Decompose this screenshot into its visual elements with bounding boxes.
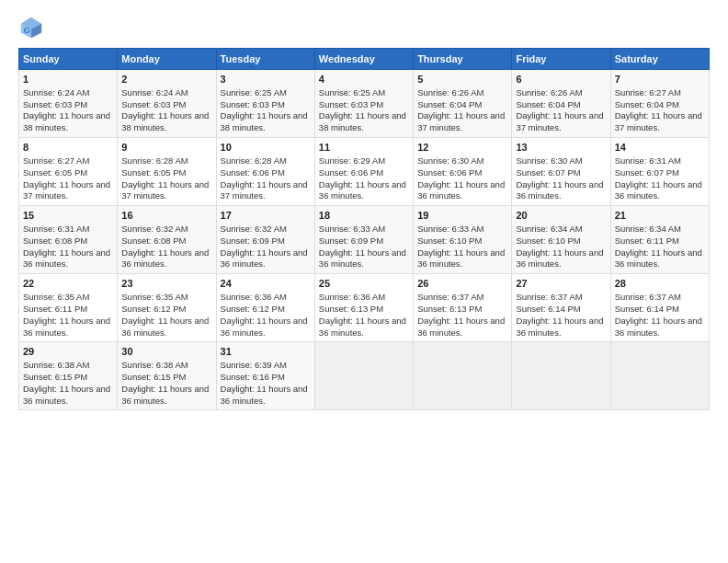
day-number: 13 bbox=[516, 141, 606, 155]
calendar-cell: 12Sunrise: 6:30 AMSunset: 6:06 PMDayligh… bbox=[414, 138, 512, 206]
calendar-cell: 22Sunrise: 6:35 AMSunset: 6:11 PMDayligh… bbox=[19, 274, 118, 342]
sunset-info: Sunset: 6:11 PM bbox=[23, 304, 87, 314]
calendar-cell: 9Sunrise: 6:28 AMSunset: 6:05 PMDaylight… bbox=[118, 138, 216, 206]
calendar-week-2: 8Sunrise: 6:27 AMSunset: 6:05 PMDaylight… bbox=[19, 138, 710, 206]
calendar-cell: 29Sunrise: 6:38 AMSunset: 6:15 PMDayligh… bbox=[19, 342, 118, 410]
calendar-cell: 13Sunrise: 6:30 AMSunset: 6:07 PMDayligh… bbox=[512, 138, 610, 206]
svg-text:G: G bbox=[24, 25, 31, 35]
day-number: 17 bbox=[221, 209, 311, 223]
calendar-cell: 16Sunrise: 6:32 AMSunset: 6:08 PMDayligh… bbox=[118, 206, 216, 274]
daylight-info: Daylight: 11 hours and 37 minutes. bbox=[221, 179, 308, 201]
day-number: 20 bbox=[516, 209, 606, 223]
header-row: SundayMondayTuesdayWednesdayThursdayFrid… bbox=[19, 49, 710, 70]
sunrise-info: Sunrise: 6:32 AM bbox=[221, 224, 287, 234]
daylight-info: Daylight: 11 hours and 37 minutes. bbox=[417, 110, 505, 132]
sunset-info: Sunset: 6:14 PM bbox=[516, 304, 580, 314]
day-number: 21 bbox=[615, 209, 705, 223]
daylight-info: Daylight: 11 hours and 36 minutes. bbox=[417, 316, 505, 338]
day-number: 22 bbox=[23, 277, 113, 291]
day-number: 15 bbox=[23, 209, 113, 223]
calendar-cell: 23Sunrise: 6:35 AMSunset: 6:12 PMDayligh… bbox=[118, 274, 216, 342]
daylight-info: Daylight: 11 hours and 37 minutes. bbox=[516, 110, 603, 132]
sunrise-info: Sunrise: 6:27 AM bbox=[23, 155, 89, 166]
sunset-info: Sunset: 6:12 PM bbox=[121, 304, 186, 314]
sunrise-info: Sunrise: 6:36 AM bbox=[319, 292, 385, 302]
daylight-info: Daylight: 11 hours and 36 minutes. bbox=[516, 316, 603, 338]
sunrise-info: Sunrise: 6:25 AM bbox=[319, 87, 385, 98]
header-sunday: Sunday bbox=[19, 49, 118, 70]
day-number: 5 bbox=[417, 73, 507, 86]
logo: G bbox=[18, 15, 48, 40]
day-number: 29 bbox=[23, 345, 113, 359]
calendar-week-5: 29Sunrise: 6:38 AMSunset: 6:15 PMDayligh… bbox=[19, 342, 710, 410]
daylight-info: Daylight: 11 hours and 36 minutes. bbox=[319, 179, 406, 201]
daylight-info: Daylight: 11 hours and 38 minutes. bbox=[319, 110, 406, 132]
daylight-info: Daylight: 11 hours and 38 minutes. bbox=[221, 110, 308, 132]
sunset-info: Sunset: 6:03 PM bbox=[121, 99, 186, 109]
calendar-cell: 14Sunrise: 6:31 AMSunset: 6:07 PMDayligh… bbox=[610, 138, 709, 206]
sunrise-info: Sunrise: 6:26 AM bbox=[417, 87, 483, 98]
day-number: 24 bbox=[221, 277, 311, 291]
sunrise-info: Sunrise: 6:31 AM bbox=[615, 155, 681, 166]
sunrise-info: Sunrise: 6:39 AM bbox=[221, 360, 287, 370]
calendar-cell: 27Sunrise: 6:37 AMSunset: 6:14 PMDayligh… bbox=[512, 274, 610, 342]
sunrise-info: Sunrise: 6:29 AM bbox=[319, 155, 385, 166]
sunset-info: Sunset: 6:06 PM bbox=[319, 167, 383, 178]
sunset-info: Sunset: 6:03 PM bbox=[319, 99, 383, 109]
calendar-cell: 1Sunrise: 6:24 AMSunset: 6:03 PMDaylight… bbox=[19, 70, 118, 138]
day-number: 28 bbox=[615, 277, 705, 291]
sunrise-info: Sunrise: 6:28 AM bbox=[221, 155, 287, 166]
sunrise-info: Sunrise: 6:37 AM bbox=[417, 292, 483, 302]
day-number: 25 bbox=[319, 277, 409, 291]
day-number: 7 bbox=[615, 73, 705, 86]
calendar-cell: 26Sunrise: 6:37 AMSunset: 6:13 PMDayligh… bbox=[414, 274, 512, 342]
sunrise-info: Sunrise: 6:34 AM bbox=[615, 224, 681, 234]
daylight-info: Daylight: 11 hours and 37 minutes. bbox=[121, 179, 209, 201]
daylight-info: Daylight: 11 hours and 36 minutes. bbox=[319, 316, 406, 338]
sunrise-info: Sunrise: 6:35 AM bbox=[121, 292, 188, 302]
calendar-cell: 20Sunrise: 6:34 AMSunset: 6:10 PMDayligh… bbox=[512, 206, 610, 274]
sunset-info: Sunset: 6:04 PM bbox=[417, 99, 482, 109]
daylight-info: Daylight: 11 hours and 38 minutes. bbox=[23, 110, 110, 132]
day-number: 31 bbox=[221, 345, 311, 359]
calendar-cell bbox=[414, 342, 512, 410]
sunset-info: Sunset: 6:14 PM bbox=[615, 304, 679, 314]
sunset-info: Sunset: 6:04 PM bbox=[615, 99, 679, 109]
page-container: G SundayMondayTuesdayWednesdayThursdayFr… bbox=[0, 0, 728, 419]
calendar-cell: 21Sunrise: 6:34 AMSunset: 6:11 PMDayligh… bbox=[610, 206, 709, 274]
sunset-info: Sunset: 6:10 PM bbox=[417, 236, 482, 246]
calendar-cell bbox=[512, 342, 610, 410]
daylight-info: Daylight: 11 hours and 36 minutes. bbox=[121, 316, 209, 338]
sunset-info: Sunset: 6:03 PM bbox=[221, 99, 285, 109]
calendar-table: SundayMondayTuesdayWednesdayThursdayFrid… bbox=[18, 48, 710, 410]
sunrise-info: Sunrise: 6:38 AM bbox=[23, 360, 89, 370]
sunset-info: Sunset: 6:06 PM bbox=[221, 167, 285, 178]
calendar-cell: 11Sunrise: 6:29 AMSunset: 6:06 PMDayligh… bbox=[314, 138, 413, 206]
sunrise-info: Sunrise: 6:37 AM bbox=[615, 292, 681, 302]
calendar-cell: 24Sunrise: 6:36 AMSunset: 6:12 PMDayligh… bbox=[216, 274, 314, 342]
day-number: 30 bbox=[121, 345, 211, 359]
day-number: 14 bbox=[615, 141, 705, 155]
day-number: 8 bbox=[23, 141, 113, 155]
daylight-info: Daylight: 11 hours and 36 minutes. bbox=[615, 179, 702, 201]
sunset-info: Sunset: 6:11 PM bbox=[615, 236, 679, 246]
daylight-info: Daylight: 11 hours and 36 minutes. bbox=[221, 316, 308, 338]
sunset-info: Sunset: 6:09 PM bbox=[319, 236, 383, 246]
day-number: 18 bbox=[319, 209, 409, 223]
sunset-info: Sunset: 6:06 PM bbox=[417, 167, 482, 178]
header-friday: Friday bbox=[512, 49, 610, 70]
calendar-cell: 5Sunrise: 6:26 AMSunset: 6:04 PMDaylight… bbox=[414, 70, 512, 138]
day-number: 16 bbox=[121, 209, 211, 223]
header-tuesday: Tuesday bbox=[216, 49, 314, 70]
calendar-cell: 30Sunrise: 6:38 AMSunset: 6:15 PMDayligh… bbox=[118, 342, 216, 410]
calendar-cell: 31Sunrise: 6:39 AMSunset: 6:16 PMDayligh… bbox=[216, 342, 314, 410]
sunrise-info: Sunrise: 6:34 AM bbox=[516, 224, 582, 234]
sunset-info: Sunset: 6:10 PM bbox=[516, 236, 580, 246]
sunrise-info: Sunrise: 6:32 AM bbox=[121, 224, 188, 234]
calendar-cell: 10Sunrise: 6:28 AMSunset: 6:06 PMDayligh… bbox=[216, 138, 314, 206]
day-number: 6 bbox=[516, 73, 606, 86]
daylight-info: Daylight: 11 hours and 38 minutes. bbox=[121, 110, 209, 132]
day-number: 23 bbox=[121, 277, 211, 291]
sunrise-info: Sunrise: 6:24 AM bbox=[23, 87, 89, 98]
day-number: 19 bbox=[417, 209, 507, 223]
